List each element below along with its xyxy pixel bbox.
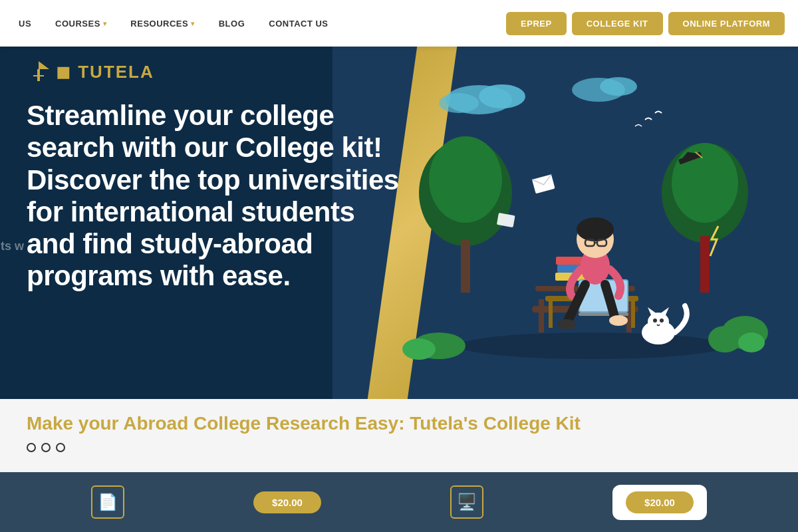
product-card-2: $20.00: [253, 491, 321, 513]
act-icon-wrap: 📄: [91, 485, 124, 519]
svg-point-38: [648, 313, 669, 331]
logo-icon: [27, 60, 51, 84]
svg-point-36: [609, 315, 628, 326]
svg-point-15: [459, 332, 725, 359]
svg-point-6: [439, 93, 479, 113]
svg-point-8: [600, 77, 637, 96]
svg-point-52: [402, 338, 436, 360]
document-icon: 📄: [98, 493, 118, 511]
monitor-icon: 🖥️: [457, 493, 477, 511]
college-kit-button[interactable]: COLLEGE KIT: [572, 12, 663, 35]
svg-point-5: [479, 84, 525, 108]
svg-point-41: [653, 319, 657, 323]
svg-rect-11: [461, 239, 470, 293]
eprep-button[interactable]: ePREP: [506, 12, 567, 35]
chevron-down-icon: ▾: [191, 20, 195, 27]
svg-point-10: [429, 136, 502, 223]
svg-rect-21: [549, 301, 553, 328]
hero-illustration: [399, 60, 771, 386]
product-card-act: 📄: [91, 485, 124, 519]
top-navigation: US COURSES ▾ RESOURCES ▾ BLOG CONTACT US…: [0, 0, 798, 47]
svg-point-42: [660, 319, 664, 323]
product-card-sat: 🖥️: [450, 485, 483, 519]
price-button-2[interactable]: $20.00: [626, 491, 694, 513]
nav-link-us[interactable]: US: [7, 19, 43, 29]
hero-headline: Streamline your college search with our …: [27, 100, 399, 293]
nav-link-blog[interactable]: BLOG: [207, 19, 257, 29]
svg-point-31: [577, 217, 614, 241]
svg-rect-27: [579, 313, 628, 316]
online-platform-button[interactable]: ONLINE PLATFORM: [668, 12, 785, 35]
sat-icon-wrap: 🖥️: [450, 485, 483, 519]
svg-point-35: [557, 319, 576, 330]
dot-1[interactable]: [27, 443, 36, 452]
dot-3[interactable]: [56, 443, 65, 452]
dots-pagination: [0, 435, 798, 452]
svg-rect-14: [700, 236, 710, 293]
svg-rect-22: [631, 301, 635, 328]
svg-marker-0: [39, 61, 49, 69]
partial-scroll-text: nts w: [0, 239, 24, 253]
nav-links-left: US COURSES ▾ RESOURCES ▾ BLOG CONTACT US: [0, 19, 506, 29]
dot-2[interactable]: [41, 443, 51, 452]
svg-rect-17: [539, 299, 544, 332]
svg-point-13: [672, 143, 738, 223]
chevron-down-icon: ▾: [103, 20, 107, 27]
nav-link-resources[interactable]: RESOURCES ▾: [118, 19, 206, 29]
nav-link-contact[interactable]: CONTACT US: [257, 19, 340, 29]
nav-buttons-right: ePREP COLLEGE KIT ONLINE PLATFORM: [506, 12, 798, 35]
svg-point-49: [708, 326, 741, 352]
logo[interactable]: ◼ TUTELA: [27, 60, 154, 84]
hero-section: ◼ TUTELA Streamline your college search …: [0, 47, 798, 399]
logo-text: ◼ TUTELA: [56, 62, 154, 82]
nav-link-courses[interactable]: COURSES ▾: [43, 19, 118, 29]
svg-point-50: [738, 332, 765, 352]
product-card-4: $20.00: [612, 485, 707, 520]
price-button-1[interactable]: $20.00: [253, 491, 321, 513]
products-strip: 📄 $20.00 🖥️ $20.00: [0, 472, 798, 532]
bottom-title: Make your Abroad College Research Easy: …: [0, 399, 798, 435]
